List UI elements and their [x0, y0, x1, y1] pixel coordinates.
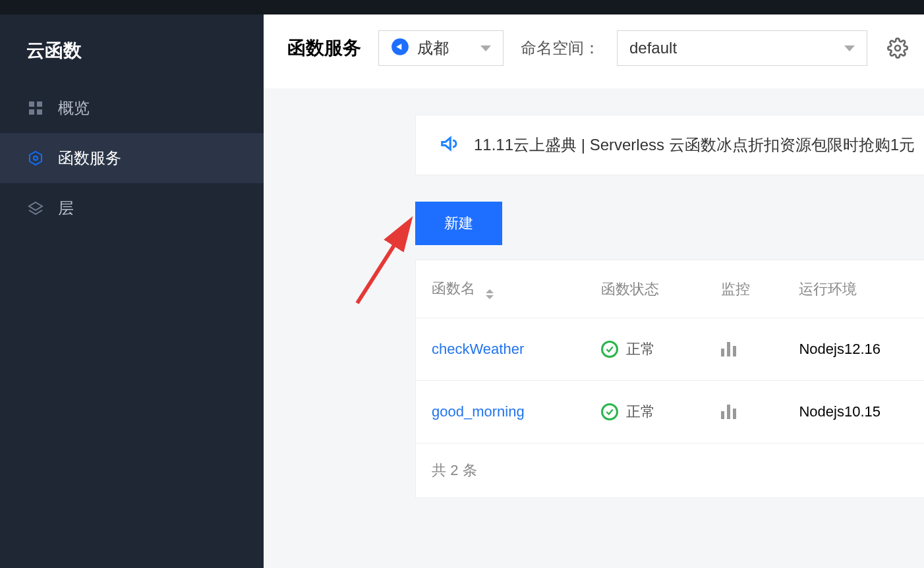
megaphone-icon: [440, 134, 459, 156]
table-row: good_morning 正常 Nodejs10.15: [416, 381, 924, 443]
region-select[interactable]: 成都: [378, 30, 504, 66]
col-name-header[interactable]: 函数名: [416, 260, 588, 318]
namespace-select[interactable]: default: [617, 30, 867, 66]
col-runtime-header: 运行环境: [786, 260, 924, 318]
runtime-text: Nodejs10.15: [786, 381, 924, 443]
monitor-chart-icon[interactable]: [721, 405, 773, 419]
new-button[interactable]: 新建: [415, 202, 502, 245]
svg-rect-1: [37, 101, 42, 107]
svg-marker-6: [29, 202, 42, 210]
settings-button[interactable]: [887, 38, 908, 59]
table-footer: 共 2 条: [416, 443, 924, 497]
topbar-strip-main: [264, 0, 924, 14]
chevron-down-icon: [844, 45, 855, 51]
col-monitor-header: 监控: [708, 260, 786, 318]
svg-marker-4: [30, 152, 42, 165]
sort-icon: [486, 289, 494, 299]
chevron-down-icon: [480, 45, 491, 51]
runtime-text: Nodejs12.16: [786, 318, 924, 381]
svg-rect-0: [29, 101, 34, 107]
function-name-link[interactable]: good_morning: [432, 403, 525, 420]
svg-point-8: [895, 45, 900, 51]
svg-rect-2: [29, 109, 34, 115]
sidebar: 云函数 概览 函数服务 层: [0, 0, 264, 568]
header: 函数服务 成都 命名空间： default: [264, 14, 924, 88]
status-ok-icon: [601, 403, 618, 420]
hexagon-icon: [26, 149, 45, 167]
sidebar-item-label: 概览: [58, 98, 90, 119]
status-ok-icon: [601, 341, 618, 358]
globe-icon: [391, 38, 409, 59]
topbar-strip: [0, 0, 264, 14]
notice-banner[interactable]: 11.11云上盛典 | Serverless 云函数冰点折扣资源包限时抢购1元: [415, 115, 924, 175]
functions-table: 函数名 函数状态 监控 运行环境 checkWeather: [415, 260, 924, 498]
col-status-header: 函数状态: [588, 260, 707, 318]
namespace-selected-label: default: [629, 39, 677, 57]
svg-rect-3: [37, 109, 42, 115]
sidebar-item-layers[interactable]: 层: [0, 183, 264, 233]
sidebar-item-label: 层: [58, 198, 74, 219]
svg-line-10: [357, 223, 409, 303]
sidebar-item-overview[interactable]: 概览: [0, 83, 264, 133]
function-name-link[interactable]: checkWeather: [432, 341, 524, 357]
status-text: 正常: [626, 402, 655, 422]
sidebar-item-functions[interactable]: 函数服务: [0, 133, 264, 183]
main: 函数服务 成都 命名空间： default: [264, 0, 924, 568]
content-area: 11.11云上盛典 | Serverless 云函数冰点折扣资源包限时抢购1元 …: [264, 88, 924, 568]
sidebar-title: 云函数: [0, 14, 264, 83]
dashboard-icon: [26, 99, 45, 117]
namespace-label: 命名空间：: [521, 38, 600, 59]
sidebar-item-label: 函数服务: [58, 148, 121, 169]
status-text: 正常: [626, 339, 655, 359]
notice-text: 11.11云上盛典 | Serverless 云函数冰点折扣资源包限时抢购1元: [474, 134, 915, 156]
monitor-chart-icon[interactable]: [721, 342, 773, 356]
table-row: checkWeather 正常 Nodejs12.16: [416, 318, 924, 381]
region-selected-label: 成都: [417, 38, 449, 59]
layers-icon: [26, 199, 45, 217]
page-title: 函数服务: [287, 36, 361, 61]
svg-point-5: [34, 156, 38, 160]
